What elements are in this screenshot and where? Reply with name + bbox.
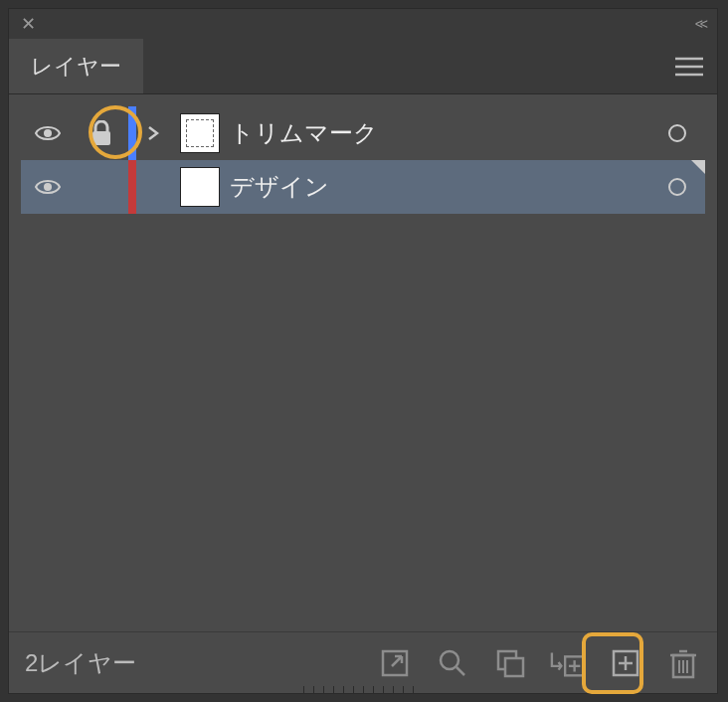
clipping-icon	[494, 647, 526, 679]
collapse-icon[interactable]: <<	[695, 16, 705, 32]
eye-icon	[35, 124, 61, 142]
layer-thumbnail[interactable]	[180, 113, 220, 153]
new-sublayer-icon	[550, 648, 586, 678]
layer-thumbnail[interactable]	[180, 167, 220, 207]
eye-icon	[35, 178, 61, 196]
selection-indicator	[691, 160, 705, 174]
locate-button[interactable]	[435, 645, 470, 681]
chevron-right-icon	[147, 125, 159, 141]
search-icon	[437, 647, 468, 679]
layers-panel: ✕ << レイヤー	[8, 8, 718, 694]
visibility-toggle[interactable]	[21, 178, 75, 196]
export-icon	[380, 648, 410, 678]
layer-name-label[interactable]: デザイン	[230, 171, 649, 203]
visibility-toggle[interactable]	[21, 124, 75, 142]
layer-name-label[interactable]: トリムマーク	[230, 117, 649, 149]
menu-icon	[675, 57, 703, 77]
svg-rect-4	[92, 131, 110, 145]
layer-color-strip	[128, 160, 136, 214]
expand-toggle[interactable]	[136, 125, 170, 141]
svg-line-8	[456, 667, 464, 675]
export-button[interactable]	[377, 645, 413, 681]
target-toggle[interactable]	[649, 124, 705, 142]
svg-point-3	[44, 129, 52, 137]
lock-icon	[91, 120, 112, 146]
panel-tabbar: レイヤー	[9, 39, 717, 94]
panel-menu-button[interactable]	[661, 39, 717, 93]
tab-label: レイヤー	[31, 52, 121, 82]
target-icon	[668, 178, 686, 196]
panel-titlebar: ✕ <<	[9, 9, 717, 39]
resize-grip[interactable]	[303, 686, 423, 693]
svg-point-7	[441, 651, 458, 669]
new-layer-button[interactable]	[608, 645, 643, 681]
layer-row[interactable]: デザイン	[21, 160, 705, 214]
trash-icon	[669, 647, 697, 679]
svg-rect-10	[505, 658, 523, 676]
target-toggle[interactable]	[649, 178, 705, 196]
layer-row[interactable]: トリムマーク	[21, 106, 705, 160]
layer-color-strip	[128, 106, 136, 160]
close-icon[interactable]: ✕	[21, 13, 36, 35]
new-sublayer-button[interactable]	[550, 645, 586, 681]
layers-list: トリムマーク デザイン	[9, 94, 717, 631]
panel-footer: 2レイヤー	[9, 631, 717, 693]
svg-point-5	[44, 183, 52, 191]
new-layer-icon	[611, 648, 640, 678]
clipping-mask-button[interactable]	[492, 645, 528, 681]
layer-count-label: 2レイヤー	[25, 647, 136, 679]
delete-layer-button[interactable]	[665, 645, 701, 681]
target-icon	[668, 124, 686, 142]
lock-toggle[interactable]	[75, 120, 128, 146]
tab-layers[interactable]: レイヤー	[9, 39, 144, 93]
